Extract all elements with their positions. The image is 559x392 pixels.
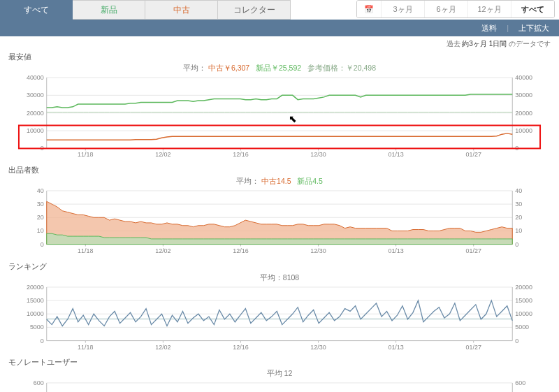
svg-text:40: 40 [37,188,44,194]
svg-text:20000: 20000 [515,110,532,117]
svg-rect-30 [19,125,540,148]
svg-text:30000: 30000 [515,92,532,99]
svg-text:15000: 15000 [27,297,44,304]
svg-text:30: 30 [515,201,522,208]
chart-users: 00200200400400600600 [8,380,551,392]
svg-text:0: 0 [515,337,518,344]
svg-text:0: 0 [515,241,518,248]
svg-text:20: 20 [37,215,44,222]
chart-title-users: モノレートユーザー [8,357,551,368]
svg-text:40000: 40000 [515,75,532,81]
svg-text:10000: 10000 [27,127,44,134]
range-6m[interactable]: 6ヶ月 [424,1,467,17]
tab-used[interactable]: 中古 [145,0,218,20]
range-selector: 📅 3ヶ月 6ヶ月 12ヶ月 すべて [356,0,555,18]
chart-rank: 0050005000100001000015000150002000020000… [8,284,551,351]
svg-text:15000: 15000 [515,297,532,304]
calendar-icon[interactable]: 📅 [357,1,381,17]
svg-text:11/18: 11/18 [78,343,93,350]
svg-text:01/27: 01/27 [466,247,481,254]
svg-text:0: 0 [41,337,44,344]
svg-text:10000: 10000 [515,127,532,134]
svg-text:12/30: 12/30 [310,151,326,158]
svg-text:12/02: 12/02 [155,247,170,254]
svg-text:12/02: 12/02 [155,151,170,158]
svg-text:01/13: 01/13 [388,247,403,254]
svg-text:12/16: 12/16 [233,247,248,254]
svg-text:40000: 40000 [27,75,44,81]
svg-text:01/27: 01/27 [466,343,481,350]
svg-text:12/30: 12/30 [310,343,326,350]
svg-text:10000: 10000 [515,310,532,317]
svg-text:11/18: 11/18 [78,247,93,254]
chart-title-price: 最安値 [8,52,551,62]
svg-text:12/02: 12/02 [155,343,170,350]
chart-title-sellers: 出品者数 [8,165,551,175]
chart-title-rank: ランキング [8,261,551,272]
range-12m[interactable]: 12ヶ月 [467,1,511,17]
svg-text:01/13: 01/13 [388,151,403,158]
svg-text:01/27: 01/27 [466,151,481,158]
svg-text:20000: 20000 [515,284,532,291]
chart-avg-sellers: 平均： 中古14.5 新品4.5 [8,177,551,187]
svg-text:5000: 5000 [30,324,44,331]
range-3m[interactable]: 3ヶ月 [381,1,424,17]
link-expand[interactable]: 上下拡大 [518,23,549,34]
tab-new[interactable]: 新品 [73,0,145,20]
svg-text:10000: 10000 [27,310,44,317]
svg-text:30000: 30000 [27,92,44,99]
svg-text:12/16: 12/16 [233,151,248,158]
svg-text:12/30: 12/30 [310,247,326,254]
chart-avg-rank: 平均：8108 [8,273,551,283]
chart-avg-price: 平均： 中古￥6,307 新品￥25,592 参考価格：￥20,498 [8,64,551,73]
svg-text:11/18: 11/18 [78,151,93,158]
sub-toolbar: 送料 | 上下拡大 [0,20,559,36]
svg-text:30: 30 [37,201,44,208]
svg-text:20000: 20000 [27,110,44,117]
link-shipping[interactable]: 送料 [481,23,497,34]
condition-tabs: すべて 新品 中古 コレクター [0,0,291,20]
tab-all[interactable]: すべて [0,0,73,20]
svg-text:600: 600 [515,380,525,386]
range-all[interactable]: すべて [511,1,554,17]
chart-sellers: 00101020203030404011/1812/0212/1612/3001… [8,188,551,254]
chart-avg-users: 平均 12 [8,369,551,379]
svg-text:12/16: 12/16 [233,343,248,350]
tab-collector[interactable]: コレクター [218,0,291,20]
svg-text:20: 20 [515,215,522,222]
chart-price: 0010000100002000020000300003000040000400… [8,75,551,158]
svg-text:01/13: 01/13 [388,343,403,350]
svg-text:5000: 5000 [515,324,529,331]
data-period-note: 過去 約3ヶ月 1日間 のデータです [0,36,559,49]
svg-text:40: 40 [515,188,522,194]
svg-text:600: 600 [34,380,44,386]
svg-text:10: 10 [515,228,522,235]
svg-text:20000: 20000 [27,284,44,291]
svg-text:0: 0 [41,241,44,248]
svg-text:10: 10 [37,228,44,235]
